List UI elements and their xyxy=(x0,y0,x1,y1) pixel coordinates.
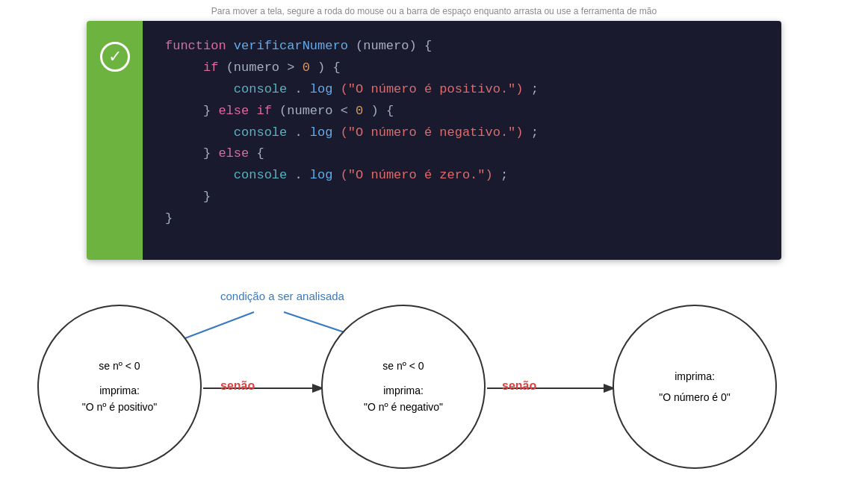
diagram-area: condição a ser analisada se nº < 0 impri… xyxy=(0,275,868,498)
circle-2-line3: "O nº é negativo" xyxy=(364,399,443,415)
circle-1-line2: imprima: xyxy=(99,382,140,399)
circle-1-line3: "O nº é positivo" xyxy=(82,399,158,415)
code-line-1: function verificarNumero (numero) { xyxy=(165,36,759,57)
circle-2-line2: imprima: xyxy=(383,382,424,399)
circle-2-line1: se nº < 0 xyxy=(382,358,424,374)
code-block: ✓ function verificarNumero (numero) { if… xyxy=(87,21,781,260)
code-line-3: console . log ("O número é positivo.") ; xyxy=(165,79,759,101)
func-name: verificarNumero xyxy=(234,39,348,53)
check-icon: ✓ xyxy=(100,42,130,72)
code-line-8: } xyxy=(165,187,759,208)
circle-3-line1: imprima: xyxy=(675,368,715,385)
code-line-9: } xyxy=(165,208,759,230)
circle-3-line2: "O número é 0" xyxy=(659,389,731,405)
circle-3: imprima: "O número é 0" xyxy=(613,305,777,469)
keyword-function: function xyxy=(165,39,226,53)
code-line-4: } else if (numero < 0 ) { xyxy=(165,101,759,122)
circle-1-line1: se nº < 0 xyxy=(99,358,140,374)
code-line-7: console . log ("O número é zero.") ; xyxy=(165,165,759,187)
arrow-label-2: senão xyxy=(502,379,536,393)
keyword-if: if xyxy=(203,60,218,75)
circle-1: se nº < 0 imprima: "O nº é positivo" xyxy=(37,305,202,469)
diagram-label: condição a ser analisada xyxy=(220,290,344,302)
code-body: function verificarNumero (numero) { if (… xyxy=(143,21,781,260)
arrow-label-1: senão xyxy=(220,379,255,393)
circle-2: se nº < 0 imprima: "O nº é negativo" xyxy=(321,305,486,469)
code-line-2: if (numero > 0 ) { xyxy=(165,57,759,79)
instruction-text: Para mover a tela, segure a roda do mous… xyxy=(0,0,868,21)
code-line-5: console . log ("O número é negativo.") ; xyxy=(165,122,759,144)
code-sidebar: ✓ xyxy=(87,21,143,260)
code-line-6: } else { xyxy=(165,143,759,165)
